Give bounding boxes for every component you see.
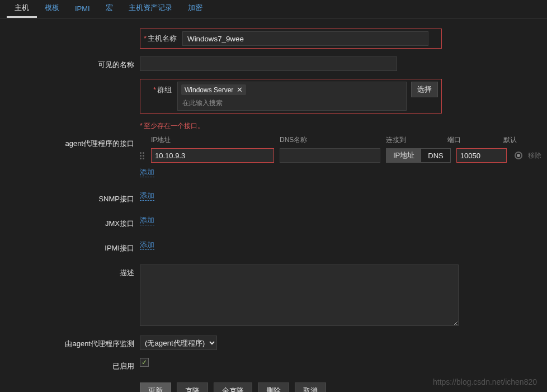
toggle-dns[interactable]: DNS xyxy=(421,149,450,162)
visible-name-label: 可见的名称 xyxy=(0,56,140,70)
default-radio[interactable] xyxy=(515,152,522,159)
update-button[interactable]: 更新 xyxy=(140,382,171,392)
enabled-label: 已启用 xyxy=(0,358,140,371)
connect-toggle[interactable]: IP地址 DNS xyxy=(386,148,451,163)
group-tag-label: Windows Server xyxy=(185,86,233,94)
row-ipmi: IPMI接口 添加 xyxy=(0,240,547,253)
visible-name-input[interactable] xyxy=(140,56,397,71)
tab-host[interactable]: 主机 xyxy=(7,0,37,18)
col-dns: DNS名称 xyxy=(280,135,386,145)
row-visible-name: 可见的名称 xyxy=(0,56,547,71)
tab-inventory[interactable]: 主机资产记录 xyxy=(121,0,180,18)
tab-macros[interactable]: 宏 xyxy=(98,0,121,18)
delete-button[interactable]: 删除 xyxy=(258,382,289,392)
row-monitored-by: 由agent代理程序监测 (无agent代理程序) xyxy=(0,336,547,350)
tabs: 主机 模板 IPMI 宏 主机资产记录 加密 xyxy=(0,0,547,18)
remove-tag-icon[interactable]: ✕ xyxy=(237,86,243,94)
group-tag: Windows Server ✕ xyxy=(181,84,246,95)
add-agent-iface[interactable]: 添加 xyxy=(140,168,154,177)
toggle-ip[interactable]: IP地址 xyxy=(386,149,421,162)
row-desc: 描述 xyxy=(0,265,547,328)
row-hostname: *主机名称 xyxy=(0,29,547,49)
groups-label: *群组 xyxy=(144,82,172,95)
col-conn: 连接到 xyxy=(386,135,447,145)
remove-link[interactable]: 移除 xyxy=(528,151,541,160)
hostname-input[interactable] xyxy=(182,31,428,46)
row-port-warning: *至少存在一个接口。 xyxy=(0,121,547,131)
row-jmx: JMX接口 添加 xyxy=(0,215,547,229)
tab-template[interactable]: 模板 xyxy=(37,0,67,18)
add-ipmi[interactable]: 添加 xyxy=(140,240,154,250)
proxy-select[interactable]: (无agent代理程序) xyxy=(140,336,217,350)
monitored-by-label: 由agent代理程序监测 xyxy=(0,336,140,349)
iface-row: 10.10.9.3 IP地址 DNS 10050 移除 xyxy=(140,148,547,163)
desc-textarea[interactable] xyxy=(140,265,459,326)
clone-button[interactable]: 克隆 xyxy=(177,382,208,392)
ipmi-iface-label: IPMI接口 xyxy=(0,240,140,253)
form: *主机名称 可见的名称 *群组 Windows Server xyxy=(0,18,547,392)
col-port: 端口 xyxy=(447,135,503,145)
col-ip: IP地址 xyxy=(151,135,280,145)
cancel-button[interactable]: 取消 xyxy=(295,382,326,392)
row-groups: *群组 Windows Server ✕ 在此输入搜索 选择 xyxy=(0,79,547,114)
ip-input[interactable]: 10.10.9.3 xyxy=(151,148,274,163)
hostname-label: *主机名称 xyxy=(144,34,177,44)
tab-encryption[interactable]: 加密 xyxy=(180,0,210,18)
row-actions: 更新 克隆 全克隆 删除 取消 xyxy=(0,379,547,392)
row-snmp: SNMP接口 添加 xyxy=(0,191,547,204)
row-agent-iface: agent代理程序的接口 IP地址 DNS名称 连接到 端口 默认 10.10.… xyxy=(0,135,547,177)
groups-tagbox[interactable]: Windows Server ✕ 在此输入搜索 xyxy=(177,82,407,111)
dns-input[interactable] xyxy=(280,148,380,163)
agent-iface-label: agent代理程序的接口 xyxy=(0,135,140,149)
jmx-label: JMX接口 xyxy=(0,215,140,229)
row-enabled: 已启用 xyxy=(0,358,547,371)
desc-label: 描述 xyxy=(0,265,140,278)
add-jmx[interactable]: 添加 xyxy=(140,216,154,225)
drag-handle-icon[interactable] xyxy=(140,152,149,159)
snmp-label: SNMP接口 xyxy=(0,191,140,204)
group-search-placeholder[interactable]: 在此输入搜索 xyxy=(181,97,403,109)
add-snmp[interactable]: 添加 xyxy=(140,191,154,201)
select-group-button[interactable]: 选择 xyxy=(411,82,438,97)
port-warning: *至少存在一个接口。 xyxy=(140,122,204,130)
tab-ipmi[interactable]: IPMI xyxy=(67,0,98,18)
port-input[interactable]: 10050 xyxy=(456,148,507,163)
iface-header: IP地址 DNS名称 连接到 端口 默认 xyxy=(140,135,547,148)
col-def: 默认 xyxy=(503,135,537,145)
full-clone-button[interactable]: 全克隆 xyxy=(214,382,252,392)
enabled-checkbox[interactable] xyxy=(140,358,149,367)
